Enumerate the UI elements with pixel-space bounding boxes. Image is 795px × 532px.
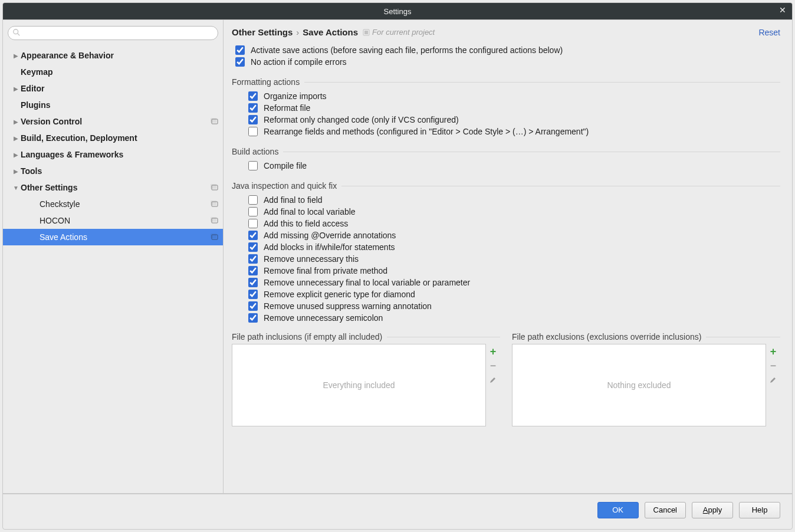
java-option-label: Add final to local variable bbox=[264, 207, 356, 216]
formatting-option-checkbox[interactable] bbox=[248, 91, 258, 101]
scope-label: For current project bbox=[372, 28, 435, 37]
general-option-checkbox[interactable] bbox=[235, 45, 245, 55]
tree-item-label: Checkstyle bbox=[40, 199, 210, 209]
java-option-label: Remove unnecessary this bbox=[264, 254, 359, 264]
inclusions-add-icon[interactable]: + bbox=[488, 346, 498, 357]
java-option-row: Add this to field access bbox=[248, 219, 780, 228]
project-badge-icon bbox=[210, 216, 218, 226]
java-option-row: Add final to local variable bbox=[248, 207, 780, 216]
java-option-checkbox[interactable] bbox=[248, 207, 258, 216]
formatting-option-row: Reformat file bbox=[248, 103, 780, 113]
tree-item-plugins[interactable]: Plugins bbox=[3, 97, 223, 113]
formatting-option-row: Reformat only changed code (only if VCS … bbox=[248, 115, 780, 124]
tree-item-label: Keymap bbox=[21, 67, 218, 77]
settings-tree: ▶Appearance & BehaviorKeymap▶EditorPlugi… bbox=[3, 46, 223, 493]
tree-item-version-control[interactable]: ▶Version Control bbox=[3, 113, 223, 130]
java-option-checkbox[interactable] bbox=[248, 231, 258, 240]
expand-arrow-icon[interactable]: ▶ bbox=[12, 119, 19, 125]
build-option-label: Compile file bbox=[264, 161, 307, 170]
inclusions-list[interactable]: Everything included bbox=[232, 344, 486, 426]
tree-item-label: Version Control bbox=[21, 117, 210, 126]
cancel-button[interactable]: Cancel bbox=[645, 502, 686, 518]
java-option-row: Add final to field bbox=[248, 195, 780, 205]
general-option-row: No action if compile errors bbox=[235, 57, 780, 67]
inclusions-remove-icon: − bbox=[488, 360, 498, 371]
project-badge-icon bbox=[210, 232, 218, 242]
java-option-row: Add missing @Override annotations bbox=[248, 231, 780, 240]
section-build: Build actions bbox=[232, 147, 780, 156]
build-option-checkbox[interactable] bbox=[248, 161, 258, 170]
java-option-row: Remove final from private method bbox=[248, 266, 780, 275]
tree-item-label: Languages & Frameworks bbox=[21, 150, 218, 159]
tree-item-label: Tools bbox=[21, 166, 218, 176]
expand-arrow-icon[interactable]: ▶ bbox=[12, 135, 19, 142]
close-icon[interactable]: ✕ bbox=[779, 5, 786, 15]
window-title: Settings bbox=[384, 7, 412, 16]
tree-item-label: HOCON bbox=[40, 216, 210, 225]
tree-item-languages-frameworks[interactable]: ▶Languages & Frameworks bbox=[3, 146, 223, 163]
general-option-checkbox[interactable] bbox=[235, 57, 245, 67]
java-option-checkbox[interactable] bbox=[248, 195, 258, 205]
java-option-label: Add final to field bbox=[264, 195, 323, 205]
tree-item-label: Save Actions bbox=[40, 232, 210, 242]
expand-arrow-icon[interactable]: ▶ bbox=[12, 86, 19, 92]
java-option-checkbox[interactable] bbox=[248, 278, 258, 287]
java-option-checkbox[interactable] bbox=[248, 242, 258, 252]
formatting-option-label: Reformat only changed code (only if VCS … bbox=[264, 115, 459, 124]
java-option-row: Remove unnecessary this bbox=[248, 254, 780, 264]
tree-item-editor[interactable]: ▶Editor bbox=[3, 80, 223, 97]
expand-arrow-icon[interactable]: ▶ bbox=[12, 52, 19, 59]
java-option-checkbox[interactable] bbox=[248, 290, 258, 299]
java-option-label: Remove final from private method bbox=[264, 266, 387, 275]
project-badge-icon bbox=[210, 199, 218, 209]
apply-button[interactable]: Apply bbox=[692, 502, 733, 518]
exclusions-title: File path exclusions (exclusions overrid… bbox=[512, 332, 780, 341]
formatting-option-checkbox[interactable] bbox=[248, 127, 258, 136]
tree-item-other-settings[interactable]: ▼Other Settings bbox=[3, 179, 223, 196]
content-panel: Other Settings › Save Actions For curren… bbox=[224, 20, 792, 493]
java-option-checkbox[interactable] bbox=[248, 219, 258, 228]
breadcrumb-separator: › bbox=[296, 27, 299, 37]
expand-arrow-icon[interactable]: ▼ bbox=[12, 185, 19, 191]
project-badge-icon bbox=[210, 183, 218, 193]
java-option-label: Add this to field access bbox=[264, 219, 348, 228]
java-option-row: Remove unused suppress warning annotatio… bbox=[248, 301, 780, 311]
tree-item-label: Plugins bbox=[21, 100, 218, 110]
tree-item-appearance-behavior[interactable]: ▶Appearance & Behavior bbox=[3, 47, 223, 64]
section-formatting: Formatting actions bbox=[232, 77, 780, 87]
tree-item-checkstyle[interactable]: Checkstyle bbox=[3, 196, 223, 212]
tree-item-label: Build, Execution, Deployment bbox=[21, 133, 218, 143]
exclusions-list[interactable]: Nothing excluded bbox=[512, 344, 766, 426]
java-option-checkbox[interactable] bbox=[248, 313, 258, 323]
inclusions-title: File path inclusions (if empty all inclu… bbox=[232, 332, 500, 341]
breadcrumb-parent: Other Settings bbox=[232, 27, 293, 37]
tree-item-tools[interactable]: ▶Tools bbox=[3, 163, 223, 179]
java-option-checkbox[interactable] bbox=[248, 301, 258, 311]
expand-arrow-icon[interactable]: ▶ bbox=[12, 168, 19, 175]
inclusions-edit-icon bbox=[488, 375, 498, 385]
exclusions-remove-icon: − bbox=[768, 360, 778, 371]
svg-rect-13 bbox=[364, 31, 368, 34]
formatting-option-checkbox[interactable] bbox=[248, 115, 258, 124]
formatting-option-row: Rearrange fields and methods (configured… bbox=[248, 127, 780, 136]
tree-item-hocon[interactable]: HOCON bbox=[3, 212, 223, 229]
tree-item-keymap[interactable]: Keymap bbox=[3, 64, 223, 80]
search-input[interactable] bbox=[8, 26, 218, 40]
ok-button[interactable]: OK bbox=[597, 502, 639, 518]
java-option-row: Add blocks in if/while/for statements bbox=[248, 242, 780, 252]
formatting-option-checkbox[interactable] bbox=[248, 103, 258, 113]
project-badge-icon bbox=[210, 117, 218, 127]
expand-arrow-icon[interactable]: ▶ bbox=[12, 152, 19, 158]
java-option-label: Remove unnecessary final to local variab… bbox=[264, 278, 470, 287]
general-option-label: No action if compile errors bbox=[251, 57, 347, 67]
build-option-row: Compile file bbox=[248, 161, 780, 170]
exclusions-add-icon[interactable]: + bbox=[768, 346, 778, 357]
java-option-checkbox[interactable] bbox=[248, 254, 258, 264]
java-option-checkbox[interactable] bbox=[248, 266, 258, 275]
tree-item-save-actions[interactable]: Save Actions bbox=[3, 229, 223, 245]
tree-item-build-execution-deployment[interactable]: ▶Build, Execution, Deployment bbox=[3, 130, 223, 146]
java-option-row: Remove unnecessary semicolon bbox=[248, 313, 780, 323]
help-button[interactable]: Help bbox=[739, 502, 780, 518]
section-java: Java inspection and quick fix bbox=[232, 181, 780, 191]
reset-link[interactable]: Reset bbox=[758, 28, 780, 37]
